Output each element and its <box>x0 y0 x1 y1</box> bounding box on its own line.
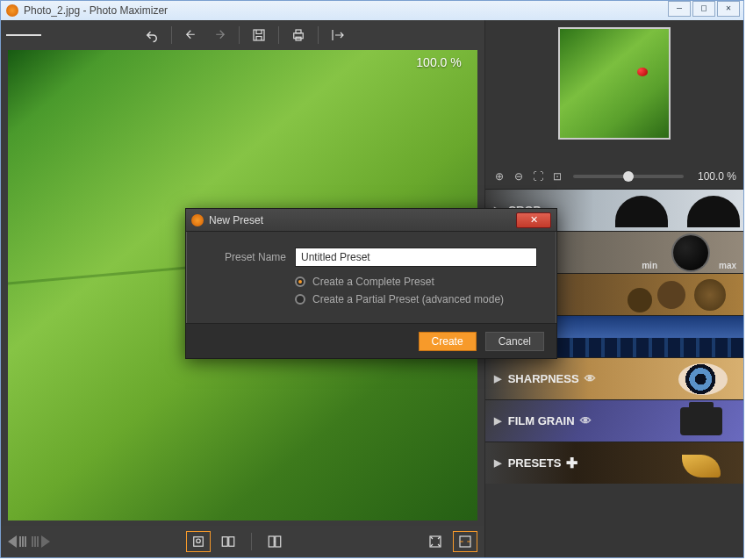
radio-complete-label: Create a Complete Preset <box>312 276 434 288</box>
dialog-titlebar[interactable]: New Preset ✕ <box>186 209 556 232</box>
radio-partial-label: Create a Partial Preset (advanced mode) <box>312 293 504 305</box>
app-icon <box>191 214 204 226</box>
new-preset-dialog: New Preset ✕ Preset Name Create a Comple… <box>185 208 557 359</box>
dialog-title: New Preset <box>209 214 263 226</box>
app-window: Photo_2.jpg - Photo Maximizer — □ ✕ <box>0 0 744 558</box>
cancel-button[interactable]: Cancel <box>485 332 544 351</box>
radio-icon <box>295 294 305 305</box>
create-button[interactable]: Create <box>419 332 477 351</box>
radio-complete-preset[interactable]: Create a Complete Preset <box>205 276 537 288</box>
dialog-close-button[interactable]: ✕ <box>516 212 551 228</box>
dialog-overlay: New Preset ✕ Preset Name Create a Comple… <box>1 1 743 557</box>
preset-name-input[interactable] <box>295 248 537 267</box>
radio-icon <box>295 276 305 287</box>
preset-name-label: Preset Name <box>205 251 286 263</box>
radio-partial-preset[interactable]: Create a Partial Preset (advanced mode) <box>205 293 537 305</box>
